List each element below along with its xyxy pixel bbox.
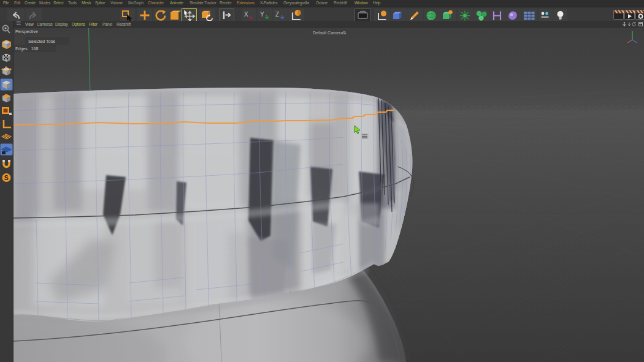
svg-text:S: S [4,174,9,181]
svg-text:Perspective: Perspective [15,29,38,34]
svg-text:Edges 168: Edges 168 [15,47,38,51]
svg-text:X: X [244,11,248,18]
svg-text:Default Camera⇅: Default Camera⇅ [313,31,347,35]
svg-text:Z: Z [275,11,279,18]
svg-text:Y: Y [260,11,264,18]
svg-text:Selected Total: Selected Total [28,39,55,43]
